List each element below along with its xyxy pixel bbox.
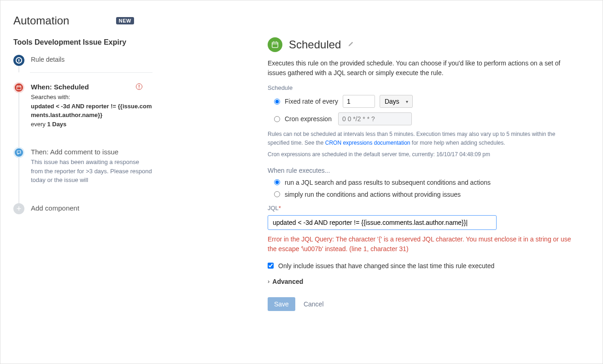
exec-jql-label: run a JQL search and pass results to sub… <box>285 179 491 186</box>
cron-input <box>338 112 412 125</box>
only-changed-label: Only include issues that have changed si… <box>278 262 494 270</box>
save-button[interactable]: Save <box>268 297 295 311</box>
svg-rect-4 <box>272 42 278 48</box>
jql-error-text: Error in the JQL Query: The character '{… <box>268 235 572 254</box>
plus-icon: + <box>13 203 24 214</box>
fixed-rate-label: Fixed rate of every <box>285 98 338 105</box>
cron-radio[interactable] <box>274 116 280 122</box>
advanced-toggle[interactable]: › Advanced <box>268 278 572 285</box>
exec-simple-label: simply run the conditions and actions wi… <box>285 191 461 198</box>
advanced-label: Advanced <box>272 278 303 285</box>
when-freq-value: 1 Days <box>47 121 66 128</box>
when-searches-label: Searches with: <box>31 94 70 100</box>
timeline-separator <box>30 72 152 73</box>
timezone-help-text: Cron expressions are scheduled in the de… <box>268 150 572 159</box>
when-freq-prefix: every <box>31 121 47 128</box>
execute-label: When rule executes... <box>268 167 572 174</box>
exec-simple-radio[interactable] <box>274 191 280 197</box>
section-title: Scheduled <box>289 38 341 51</box>
fixed-rate-radio[interactable] <box>274 99 280 105</box>
calendar-icon <box>268 37 282 52</box>
jql-label: JQL* <box>268 205 572 211</box>
rule-details-label: Rule details <box>31 56 152 63</box>
comment-icon <box>13 147 24 158</box>
schedule-label: Schedule <box>268 84 572 91</box>
info-icon <box>13 55 24 66</box>
section-description: Executes this rule on the provided sched… <box>268 59 572 78</box>
cron-docs-link[interactable]: CRON expressions documentation <box>325 140 410 146</box>
page-title: Automation <box>13 14 69 27</box>
exec-jql-radio[interactable] <box>274 179 280 185</box>
edit-icon[interactable] <box>347 41 354 49</box>
warning-icon: ! <box>136 83 143 91</box>
schedule-help-text: Rules can not be scheduled at intervals … <box>268 130 572 147</box>
timeline-when-scheduled[interactable]: When: Scheduled Searches with: updated <… <box>13 82 152 147</box>
svg-rect-0 <box>17 86 21 89</box>
jql-input[interactable] <box>268 215 497 230</box>
fixed-rate-value-input[interactable] <box>343 95 375 108</box>
then-desc: This issue has been awaiting a response … <box>31 158 152 185</box>
cancel-button[interactable]: Cancel <box>304 300 324 308</box>
rule-name: Tools Development Issue Expiry <box>13 38 152 47</box>
timeline-add-component[interactable]: + Add component <box>13 203 152 223</box>
cron-label: Cron expression <box>285 115 334 123</box>
then-title: Then: Add comment to issue <box>31 148 152 156</box>
when-title: When: Scheduled <box>31 83 152 91</box>
calendar-icon <box>13 82 24 93</box>
timeline-then-comment[interactable]: Then: Add comment to issue This issue ha… <box>13 147 152 203</box>
chevron-right-icon: › <box>268 278 269 285</box>
timeline-rule-details[interactable]: Rule details <box>13 55 152 72</box>
add-component-label: Add component <box>31 204 152 212</box>
new-badge: NEW <box>116 17 134 24</box>
fixed-rate-unit-select[interactable]: Days <box>380 95 413 108</box>
only-changed-checkbox[interactable] <box>268 263 274 269</box>
when-jql: updated < -3d AND reporter != {{issue.co… <box>31 103 152 119</box>
